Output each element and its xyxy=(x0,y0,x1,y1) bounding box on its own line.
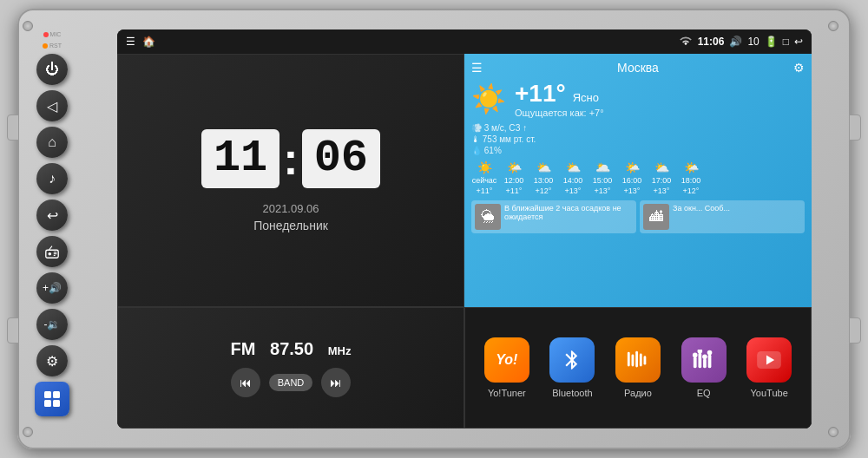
weather-temperature: +11° xyxy=(515,80,566,108)
home-icon[interactable]: 🏠 xyxy=(142,36,155,48)
weather-wind: 💨 3 м/с, СЗ ↑ xyxy=(471,123,805,133)
device: MIC RST ⏻ ◁ ⌂ ♪ ↩ +🔊 -🔉 ⚙ xyxy=(17,9,851,449)
radio-widget: FM 87.50 MHz ⏮ BAND ⏭ xyxy=(117,307,464,429)
status-right: 11:06 🔊 10 🔋 □ ↩ xyxy=(679,36,803,49)
screw-bl xyxy=(23,427,33,437)
svg-point-20 xyxy=(697,350,702,354)
mount-tab-left-top xyxy=(7,114,19,141)
svg-rect-14 xyxy=(644,356,647,364)
status-left: ☰ 🏠 xyxy=(126,36,155,48)
radio-band-button[interactable]: BAND xyxy=(269,374,313,391)
left-panel: MIC RST ⏻ ◁ ⌂ ♪ ↩ +🔊 -🔉 ⚙ xyxy=(26,31,78,430)
status-bar: ☰ 🏠 11:06 🔊 10 🔋 □ ↩ xyxy=(117,29,812,54)
weather-hourly: ☀️ сейчас +11° 🌤️ 12:00 +11° ⛅ 13:00 xyxy=(471,160,805,195)
app-bluetooth[interactable]: Bluetooth xyxy=(549,337,595,398)
weather-city: Москва xyxy=(483,61,793,75)
radio-app-icon xyxy=(615,337,661,383)
radio-frequency: FM 87.50 MHz xyxy=(230,339,351,359)
radio-app-label: Радио xyxy=(624,388,652,398)
clock-day: Понедельник xyxy=(253,219,328,232)
clock-minute: 06 xyxy=(302,129,380,188)
svg-rect-10 xyxy=(628,352,630,367)
weather-widget: ☰ Москва ⚙ ☀️ +11° Ясно Ощущается как: +… xyxy=(464,54,812,307)
weather-main: ☀️ +11° Ясно Ощущается как: +7° xyxy=(471,80,805,118)
hour-item: ⛅ 13:00 +12° xyxy=(530,160,556,195)
hour-item: ☀️ сейчас +11° xyxy=(471,160,497,195)
hour-item: ⛅ 14:00 +13° xyxy=(560,160,586,195)
bluetooth-icon xyxy=(549,337,595,383)
radio-band: FM xyxy=(230,339,255,358)
power-button[interactable]: ⏻ xyxy=(36,54,68,85)
nav-button[interactable]: ◁ xyxy=(36,90,68,121)
app-youtube[interactable]: YouTube xyxy=(746,337,792,398)
vol-down-button[interactable]: -🔉 xyxy=(36,309,68,340)
screen-icon: □ xyxy=(783,36,789,48)
radio-hw-button[interactable] xyxy=(36,236,68,267)
radio-freq-value: 87.50 xyxy=(270,339,313,358)
mic-indicator: MIC xyxy=(43,31,62,37)
news-text-2: За окн... Сооб... xyxy=(673,204,730,213)
radio-controls: ⏮ BAND ⏭ xyxy=(231,368,352,397)
youtube-icon xyxy=(746,337,792,383)
svg-point-19 xyxy=(693,353,698,358)
hour-item: 🌤️ 18:00 +12° xyxy=(678,160,704,195)
eq-label: EQ xyxy=(697,388,711,398)
clock-time: 11 : 06 xyxy=(201,129,380,188)
svg-rect-12 xyxy=(635,351,638,368)
svg-rect-9 xyxy=(53,400,60,407)
weather-temp-info: +11° Ясно Ощущается как: +7° xyxy=(515,80,604,118)
yotuner-icon: Yo! xyxy=(484,337,529,383)
radio-next-button[interactable]: ⏭ xyxy=(321,368,351,397)
weather-news: 🌦 В ближайшие 2 часа осадков не ожидаетс… xyxy=(471,200,805,233)
back-button[interactable]: ↩ xyxy=(36,200,68,231)
screw-tl xyxy=(23,21,33,31)
wifi-icon xyxy=(679,36,693,49)
radio-unit: MHz xyxy=(328,344,352,357)
battery-level: 10 xyxy=(747,36,759,48)
hour-item: 🌥️ 15:00 +13° xyxy=(589,160,615,195)
svg-rect-7 xyxy=(53,391,60,398)
news-thumb-2: 🏙 xyxy=(643,204,669,230)
svg-rect-13 xyxy=(640,354,642,367)
volume-icon: 🔊 xyxy=(729,36,742,48)
svg-point-1 xyxy=(49,252,52,256)
screen: ☰ 🏠 11:06 🔊 10 🔋 □ ↩ xyxy=(117,29,812,429)
app-yotuner[interactable]: Yo! Yo!Tuner xyxy=(484,337,529,398)
news-text-1: В ближайшие 2 часа осадков не ожидается xyxy=(504,204,633,221)
clock-widget: 11 : 06 2021.09.06 Понедельник xyxy=(117,54,464,307)
music-button[interactable]: ♪ xyxy=(36,163,68,194)
yotuner-label: Yo!Tuner xyxy=(488,388,526,398)
radio-prev-button[interactable]: ⏮ xyxy=(231,368,260,397)
settings-button[interactable]: ⚙ xyxy=(36,345,68,376)
apps-bar: Yo! Yo!Tuner Bluetooth xyxy=(464,307,812,429)
news-card-2: 🏙 За окн... Сооб... xyxy=(640,200,805,233)
weather-sun-icon: ☀️ xyxy=(471,82,506,115)
hamburger-icon[interactable]: ☰ xyxy=(126,36,135,48)
youtube-label: YouTube xyxy=(751,388,788,398)
app-radio[interactable]: Радио xyxy=(615,337,661,398)
rst-indicator: RST xyxy=(43,43,62,49)
mount-tab-right-top xyxy=(849,114,861,141)
hour-item: 🌤️ 12:00 +11° xyxy=(501,160,527,195)
clock-date: 2021.09.06 xyxy=(262,202,319,215)
weather-humidity: 💧 61% xyxy=(471,146,805,155)
weather-stats: 💨 3 м/с, СЗ ↑ 🌡 753 мм рт. ст. 💧 61% xyxy=(471,123,805,155)
weather-menu-icon[interactable]: ☰ xyxy=(471,61,483,75)
svg-rect-11 xyxy=(632,354,635,366)
weather-header: ☰ Москва ⚙ xyxy=(471,61,805,75)
clock-colon: : xyxy=(283,136,298,181)
svg-rect-8 xyxy=(44,400,51,407)
back-nav-icon[interactable]: ↩ xyxy=(794,36,803,48)
svg-rect-17 xyxy=(703,358,707,368)
app-eq[interactable]: EQ xyxy=(681,337,727,398)
weather-settings-icon[interactable]: ⚙ xyxy=(793,61,805,75)
svg-rect-15 xyxy=(693,357,696,368)
mount-tab-left-bottom xyxy=(7,317,19,344)
battery-icon: 🔋 xyxy=(765,36,778,48)
apps-button[interactable] xyxy=(35,382,69,416)
hour-item: ⛅ 17:00 +13° xyxy=(648,160,674,195)
svg-point-22 xyxy=(707,350,712,356)
bluetooth-label: Bluetooth xyxy=(552,388,592,398)
home-button[interactable]: ⌂ xyxy=(36,127,68,158)
vol-up-button[interactable]: +🔊 xyxy=(36,272,68,304)
